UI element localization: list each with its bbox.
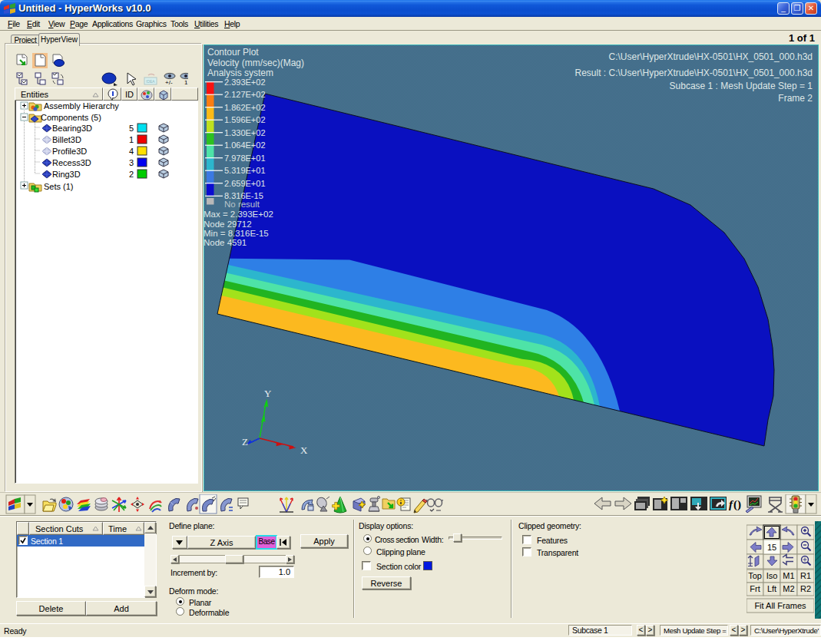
svg-text:5.319E+01: 5.319E+01 (224, 166, 266, 175)
svg-text:M1: M1 (783, 571, 794, 580)
svg-text:Node 29712: Node 29712 (204, 220, 252, 229)
svg-text:+/-: +/- (165, 79, 173, 86)
svg-text:IDEA: IDEA (146, 79, 155, 84)
svg-text:Frt: Frt (750, 584, 760, 593)
svg-text:Frame 2: Frame 2 (778, 93, 813, 104)
svg-text:Node 4591: Node 4591 (204, 238, 247, 247)
svg-text:Recess3D: Recess3D (52, 158, 91, 167)
svg-text:1: 1 (129, 135, 134, 144)
svg-text:1.330E+02: 1.330E+02 (224, 128, 266, 137)
svg-text:2: 2 (129, 170, 134, 179)
svg-text:M2: M2 (783, 584, 794, 593)
svg-text:C:\User\HyperXtrude\HX-0501\HX: C:\User\HyperXtrude\HX-0501\HX_0501_000.… (609, 51, 813, 62)
svg-text:Billet3D: Billet3D (52, 135, 81, 144)
svg-text:Result : C:\User\HyperXtrude\H: Result : C:\User\HyperXtrude\HX-0501\HX_… (574, 68, 813, 78)
svg-text:Sets (1): Sets (1) (44, 182, 74, 191)
svg-text:Ring3D: Ring3D (52, 170, 81, 179)
svg-text:Components (5): Components (5) (41, 113, 101, 122)
svg-text:R2: R2 (800, 584, 811, 593)
svg-text:Velocity (mm/sec)(Mag): Velocity (mm/sec)(Mag) (207, 58, 304, 68)
svg-text:Assembly Hierarchy: Assembly Hierarchy (44, 101, 119, 111)
svg-text:R1: R1 (800, 571, 811, 580)
svg-text:X: X (300, 444, 308, 456)
svg-text:2.393E+02: 2.393E+02 (224, 78, 266, 87)
svg-text:2.659E+01: 2.659E+01 (224, 179, 266, 188)
svg-text:Min = 8.316E-15: Min = 8.316E-15 (204, 229, 269, 238)
svg-text:1.862E+02: 1.862E+02 (224, 103, 266, 112)
svg-text:1.064E+02: 1.064E+02 (224, 140, 266, 150)
svg-text:4: 4 (129, 147, 134, 156)
svg-text:1.596E+02: 1.596E+02 (224, 115, 266, 124)
svg-text:Contour Plot: Contour Plot (207, 47, 259, 58)
svg-text:Iso: Iso (766, 571, 778, 580)
svg-text:1: 1 (184, 79, 188, 86)
svg-text:Bearing3D: Bearing3D (52, 124, 92, 133)
svg-text:Lft: Lft (767, 584, 776, 593)
svg-text:Y: Y (264, 388, 272, 399)
svg-text:7.978E+01: 7.978E+01 (224, 154, 266, 163)
svg-text:f(): f() (729, 498, 741, 511)
svg-text:3: 3 (129, 158, 134, 167)
svg-text:Top: Top (748, 571, 762, 580)
svg-text:Subcase 1 : Mesh Update Step =: Subcase 1 : Mesh Update Step = 1 (670, 81, 813, 91)
svg-text:No result: No result (224, 200, 260, 209)
svg-text:Max = 2.393E+02: Max = 2.393E+02 (204, 210, 273, 219)
svg-text:2.127E+02: 2.127E+02 (224, 90, 266, 99)
svg-text:5: 5 (129, 124, 134, 133)
svg-text:15: 15 (767, 543, 776, 552)
svg-text:Z: Z (242, 436, 248, 447)
svg-text:Profile3D: Profile3D (52, 147, 87, 156)
svg-text:Fit All Frames: Fit All Frames (754, 601, 806, 610)
